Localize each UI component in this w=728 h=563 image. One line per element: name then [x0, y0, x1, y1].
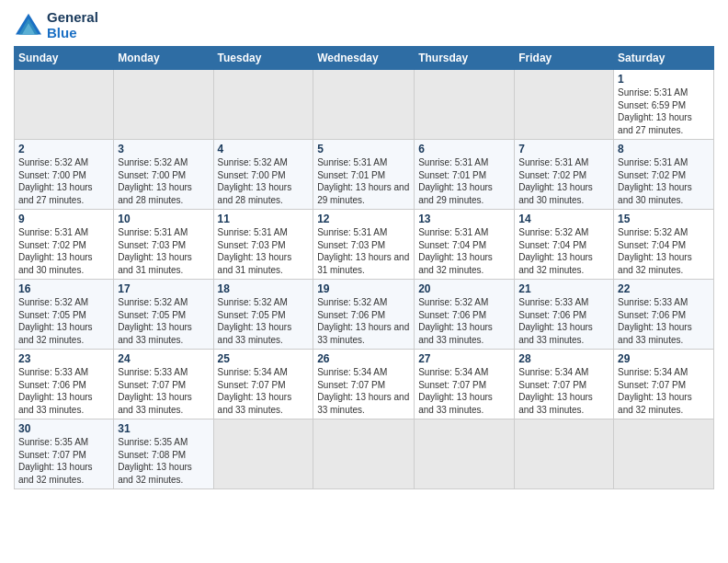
- calendar-cell: [515, 419, 614, 489]
- day-info: Sunrise: 5:31 AMSunset: 7:02 PMDaylight:…: [18, 226, 109, 276]
- day-info: Sunrise: 5:35 AMSunset: 7:08 PMDaylight:…: [118, 436, 209, 486]
- day-info: Sunrise: 5:32 AMSunset: 7:04 PMDaylight:…: [518, 226, 609, 276]
- calendar-cell: 11Sunrise: 5:31 AMSunset: 7:03 PMDayligh…: [213, 210, 313, 280]
- calendar-cell: 28Sunrise: 5:34 AMSunset: 7:07 PMDayligh…: [515, 350, 614, 419]
- calendar-cell: 19Sunrise: 5:32 AMSunset: 7:06 PMDayligh…: [313, 280, 415, 350]
- calendar-cell: 18Sunrise: 5:32 AMSunset: 7:05 PMDayligh…: [213, 280, 313, 350]
- calendar-cell: 10Sunrise: 5:31 AMSunset: 7:03 PMDayligh…: [114, 210, 213, 280]
- day-number: 28: [518, 352, 609, 365]
- day-number: 9: [18, 213, 109, 225]
- day-info: Sunrise: 5:31 AMSunset: 7:01 PMDaylight:…: [317, 156, 410, 206]
- day-info: Sunrise: 5:32 AMSunset: 7:00 PMDaylight:…: [118, 156, 209, 206]
- calendar-cell: 29Sunrise: 5:34 AMSunset: 7:07 PMDayligh…: [614, 350, 714, 419]
- day-info: Sunrise: 5:32 AMSunset: 7:05 PMDaylight:…: [218, 296, 310, 346]
- day-info: Sunrise: 5:34 AMSunset: 7:07 PMDaylight:…: [518, 366, 609, 416]
- calendar-cell: [213, 419, 313, 489]
- day-info: Sunrise: 5:33 AMSunset: 7:06 PMDaylight:…: [618, 296, 710, 346]
- page-container: General Blue SundayMondayTuesdayWednesda…: [0, 0, 728, 499]
- col-header-monday: Monday: [114, 47, 213, 70]
- day-number: 17: [118, 282, 209, 295]
- day-info: Sunrise: 5:33 AMSunset: 7:06 PMDaylight:…: [518, 296, 609, 346]
- calendar-cell: 21Sunrise: 5:33 AMSunset: 7:06 PMDayligh…: [515, 280, 614, 350]
- calendar-cell: 30Sunrise: 5:35 AMSunset: 7:07 PMDayligh…: [15, 419, 114, 489]
- day-number: 20: [418, 282, 510, 295]
- day-number: 26: [317, 352, 410, 365]
- calendar-cell: [313, 70, 415, 140]
- day-number: 31: [118, 422, 209, 435]
- calendar-cell: [614, 419, 714, 489]
- calendar-cell: 8Sunrise: 5:31 AMSunset: 7:02 PMDaylight…: [614, 140, 714, 210]
- col-header-friday: Friday: [515, 47, 614, 70]
- day-info: Sunrise: 5:31 AMSunset: 7:04 PMDaylight:…: [418, 226, 510, 276]
- day-number: 18: [218, 282, 310, 295]
- calendar-cell: 22Sunrise: 5:33 AMSunset: 7:06 PMDayligh…: [614, 280, 714, 350]
- col-header-wednesday: Wednesday: [313, 47, 415, 70]
- calendar-cell: 9Sunrise: 5:31 AMSunset: 7:02 PMDaylight…: [15, 210, 114, 280]
- day-info: Sunrise: 5:31 AMSunset: 7:02 PMDaylight:…: [618, 156, 710, 206]
- calendar-cell: 5Sunrise: 5:31 AMSunset: 7:01 PMDaylight…: [313, 140, 415, 210]
- day-info: Sunrise: 5:33 AMSunset: 7:06 PMDaylight:…: [18, 366, 109, 416]
- day-info: Sunrise: 5:32 AMSunset: 7:06 PMDaylight:…: [317, 296, 410, 346]
- day-info: Sunrise: 5:35 AMSunset: 7:07 PMDaylight:…: [18, 436, 109, 486]
- logo-icon: [14, 12, 43, 38]
- calendar-cell: [415, 70, 515, 140]
- day-info: Sunrise: 5:34 AMSunset: 7:07 PMDaylight:…: [317, 366, 410, 416]
- day-number: 21: [518, 282, 609, 295]
- day-info: Sunrise: 5:31 AMSunset: 7:03 PMDaylight:…: [218, 226, 310, 276]
- day-info: Sunrise: 5:34 AMSunset: 7:07 PMDaylight:…: [618, 366, 710, 416]
- calendar-cell: 4Sunrise: 5:32 AMSunset: 7:00 PMDaylight…: [213, 140, 313, 210]
- calendar-cell: [415, 419, 515, 489]
- day-number: 16: [18, 282, 109, 295]
- day-number: 10: [118, 213, 209, 225]
- calendar-cell: 12Sunrise: 5:31 AMSunset: 7:03 PMDayligh…: [313, 210, 415, 280]
- calendar-cell: 6Sunrise: 5:31 AMSunset: 7:01 PMDaylight…: [415, 140, 515, 210]
- day-number: 1: [618, 73, 710, 86]
- calendar-week-0: 1Sunrise: 5:31 AMSunset: 6:59 PMDaylight…: [15, 70, 714, 140]
- calendar-cell: 20Sunrise: 5:32 AMSunset: 7:06 PMDayligh…: [415, 280, 515, 350]
- calendar-cell: 13Sunrise: 5:31 AMSunset: 7:04 PMDayligh…: [415, 210, 515, 280]
- calendar-cell: 1Sunrise: 5:31 AMSunset: 6:59 PMDaylight…: [614, 70, 714, 140]
- calendar-cell: 23Sunrise: 5:33 AMSunset: 7:06 PMDayligh…: [15, 350, 114, 419]
- day-number: 3: [118, 143, 209, 155]
- day-number: 19: [317, 282, 410, 295]
- calendar-cell: 15Sunrise: 5:32 AMSunset: 7:04 PMDayligh…: [614, 210, 714, 280]
- calendar-cell: 14Sunrise: 5:32 AMSunset: 7:04 PMDayligh…: [515, 210, 614, 280]
- col-header-tuesday: Tuesday: [213, 47, 313, 70]
- day-number: 4: [218, 143, 310, 155]
- day-info: Sunrise: 5:31 AMSunset: 7:01 PMDaylight:…: [418, 156, 510, 206]
- calendar-cell: 2Sunrise: 5:32 AMSunset: 7:00 PMDaylight…: [15, 140, 114, 210]
- day-info: Sunrise: 5:31 AMSunset: 7:03 PMDaylight:…: [118, 226, 209, 276]
- calendar-cell: 7Sunrise: 5:31 AMSunset: 7:02 PMDaylight…: [515, 140, 614, 210]
- calendar-week-1: 2Sunrise: 5:32 AMSunset: 7:00 PMDaylight…: [15, 140, 714, 210]
- day-number: 25: [218, 352, 310, 365]
- day-info: Sunrise: 5:32 AMSunset: 7:06 PMDaylight:…: [418, 296, 510, 346]
- col-header-saturday: Saturday: [614, 47, 714, 70]
- day-info: Sunrise: 5:34 AMSunset: 7:07 PMDaylight:…: [418, 366, 510, 416]
- day-number: 6: [418, 143, 510, 155]
- day-number: 27: [418, 352, 510, 365]
- header-row: SundayMondayTuesdayWednesdayThursdayFrid…: [15, 47, 714, 70]
- calendar-cell: 25Sunrise: 5:34 AMSunset: 7:07 PMDayligh…: [213, 350, 313, 419]
- col-header-sunday: Sunday: [15, 47, 114, 70]
- calendar-cell: 3Sunrise: 5:32 AMSunset: 7:00 PMDaylight…: [114, 140, 213, 210]
- day-number: 22: [618, 282, 710, 295]
- day-number: 13: [418, 213, 510, 225]
- day-number: 14: [518, 213, 609, 225]
- day-number: 7: [518, 143, 609, 155]
- calendar-cell: [213, 70, 313, 140]
- calendar-cell: 31Sunrise: 5:35 AMSunset: 7:08 PMDayligh…: [114, 419, 213, 489]
- day-info: Sunrise: 5:34 AMSunset: 7:07 PMDaylight:…: [218, 366, 310, 416]
- calendar-cell: 17Sunrise: 5:32 AMSunset: 7:05 PMDayligh…: [114, 280, 213, 350]
- day-number: 15: [618, 213, 710, 225]
- day-info: Sunrise: 5:32 AMSunset: 7:04 PMDaylight:…: [618, 226, 710, 276]
- calendar-cell: [114, 70, 213, 140]
- day-number: 23: [18, 352, 109, 365]
- calendar-cell: [15, 70, 114, 140]
- calendar-cell: 26Sunrise: 5:34 AMSunset: 7:07 PMDayligh…: [313, 350, 415, 419]
- calendar-table: SundayMondayTuesdayWednesdayThursdayFrid…: [14, 46, 714, 489]
- day-number: 2: [18, 143, 109, 155]
- col-header-thursday: Thursday: [415, 47, 515, 70]
- day-number: 12: [317, 213, 410, 225]
- day-info: Sunrise: 5:32 AMSunset: 7:05 PMDaylight:…: [18, 296, 109, 346]
- day-number: 8: [618, 143, 710, 155]
